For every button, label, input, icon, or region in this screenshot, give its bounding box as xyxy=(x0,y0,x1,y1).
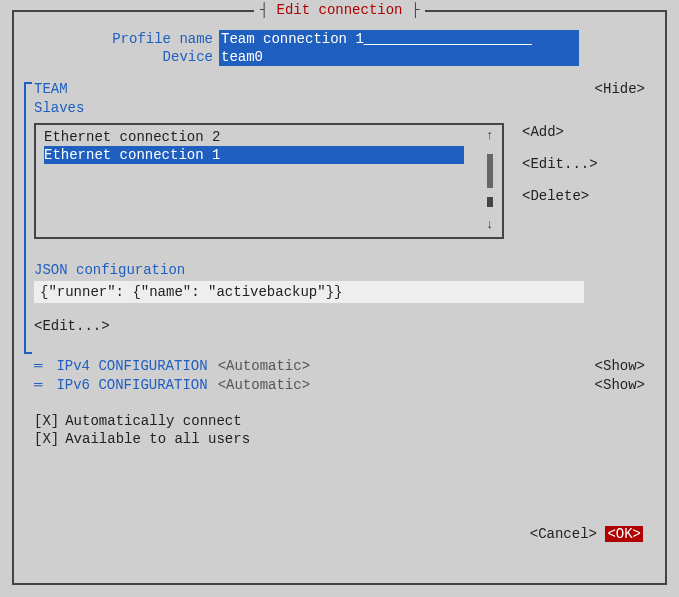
expand-icon[interactable]: ═ xyxy=(34,376,42,394)
window-title: Edit connection xyxy=(254,2,426,18)
team-brace-icon xyxy=(24,82,32,354)
profile-name-label: Profile name xyxy=(34,30,219,48)
ipv4-show-button[interactable]: <Show> xyxy=(595,357,645,375)
edit-button[interactable]: <Edit...> xyxy=(522,155,598,173)
device-label: Device xyxy=(34,48,219,66)
device-row: Device team0 xyxy=(34,48,645,66)
edit-connection-window: Edit connection Profile name Team connec… xyxy=(12,10,667,585)
checkbox-mark: [X] xyxy=(34,412,59,430)
dialog-footer: <Cancel> <OK> xyxy=(530,525,643,543)
arrow-up-icon[interactable]: ↑ xyxy=(486,128,494,145)
window-title-bar: Edit connection xyxy=(14,1,665,19)
profile-name-row: Profile name Team connection 1__________… xyxy=(34,30,645,48)
device-input[interactable]: team0 xyxy=(219,48,579,66)
ipv4-mode-select[interactable]: <Automatic> xyxy=(218,357,310,375)
expand-icon[interactable]: ═ xyxy=(34,357,42,375)
json-config-label: JSON configuration xyxy=(34,261,645,279)
scrollbar[interactable]: ↑ ↓ xyxy=(484,128,496,234)
json-edit-button[interactable]: <Edit...> xyxy=(34,317,645,335)
ipv4-label: IPv4 CONFIGURATION xyxy=(56,357,207,375)
ipv6-row: ═ IPv6 CONFIGURATION <Automatic> <Show> xyxy=(34,376,645,394)
hide-button[interactable]: <Hide> xyxy=(595,80,645,98)
team-section: TEAM <Hide> Slaves Ethernet connection 2… xyxy=(34,80,645,335)
ipv6-show-button[interactable]: <Show> xyxy=(595,376,645,394)
team-label: TEAM xyxy=(34,80,68,98)
list-item[interactable]: Ethernet connection 2 xyxy=(44,128,502,146)
cancel-button[interactable]: <Cancel> xyxy=(530,526,597,542)
add-button[interactable]: <Add> xyxy=(522,123,598,141)
scroll-mark xyxy=(487,197,493,207)
ipv6-mode-select[interactable]: <Automatic> xyxy=(218,376,310,394)
ipv4-row: ═ IPv4 CONFIGURATION <Automatic> <Show> xyxy=(34,357,645,375)
json-config-value: {"runner": {"name": "activebackup"}} xyxy=(34,281,584,303)
profile-name-input[interactable]: Team connection 1____________________ xyxy=(219,30,579,48)
arrow-down-icon[interactable]: ↓ xyxy=(486,217,494,234)
ok-button[interactable]: <OK> xyxy=(605,526,643,542)
slaves-label: Slaves xyxy=(34,99,645,117)
slaves-listbox[interactable]: Ethernet connection 2 Ethernet connectio… xyxy=(34,123,504,239)
device-value: team0 xyxy=(221,49,263,65)
all-users-checkbox[interactable]: [X] Available to all users xyxy=(34,430,645,448)
ipv6-label: IPv6 CONFIGURATION xyxy=(56,376,207,394)
auto-connect-checkbox[interactable]: [X] Automatically connect xyxy=(34,412,645,430)
scroll-thumb[interactable] xyxy=(487,154,493,188)
auto-connect-label: Automatically connect xyxy=(65,412,241,430)
list-item[interactable]: Ethernet connection 1 xyxy=(44,146,464,164)
all-users-label: Available to all users xyxy=(65,430,250,448)
delete-button[interactable]: <Delete> xyxy=(522,187,598,205)
checkbox-mark: [X] xyxy=(34,430,59,448)
profile-name-value: Team connection 1 xyxy=(221,31,364,47)
